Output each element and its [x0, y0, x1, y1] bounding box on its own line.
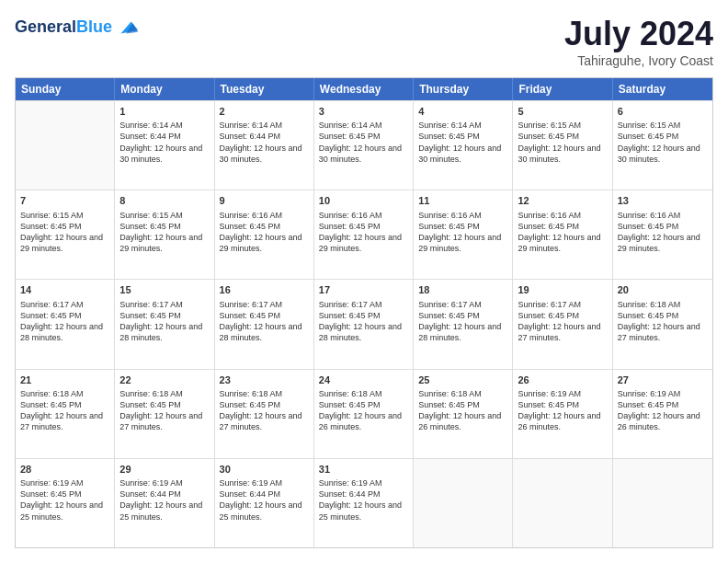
- cell-info: Sunrise: 6:19 AMSunset: 6:45 PMDaylight:…: [618, 388, 708, 433]
- header-day-monday: Monday: [115, 78, 214, 100]
- day-number: 10: [319, 194, 408, 207]
- cell-info: Sunrise: 6:16 AMSunset: 6:45 PMDaylight:…: [518, 210, 607, 255]
- calendar-row-3: 21Sunrise: 6:18 AMSunset: 6:45 PMDayligh…: [16, 369, 712, 458]
- calendar-body: 1Sunrise: 6:14 AMSunset: 6:44 PMDaylight…: [16, 100, 712, 547]
- cell-info: Sunrise: 6:17 AMSunset: 6:45 PMDaylight:…: [319, 299, 408, 344]
- header-day-saturday: Saturday: [613, 78, 712, 100]
- day-number: 21: [20, 373, 109, 386]
- calendar-row-2: 14Sunrise: 6:17 AMSunset: 6:45 PMDayligh…: [16, 279, 712, 368]
- day-number: 9: [220, 194, 309, 207]
- calendar-cell: [16, 101, 115, 190]
- cell-info: Sunrise: 6:16 AMSunset: 6:45 PMDaylight:…: [418, 210, 507, 255]
- day-number: 25: [418, 373, 507, 386]
- day-number: 24: [319, 373, 408, 386]
- cell-info: Sunrise: 6:15 AMSunset: 6:45 PMDaylight:…: [119, 210, 209, 255]
- cell-info: Sunrise: 6:18 AMSunset: 6:45 PMDaylight:…: [319, 388, 408, 433]
- cell-info: Sunrise: 6:17 AMSunset: 6:45 PMDaylight:…: [418, 299, 507, 344]
- cell-info: Sunrise: 6:17 AMSunset: 6:45 PMDaylight:…: [518, 299, 607, 344]
- calendar-cell: 22Sunrise: 6:18 AMSunset: 6:45 PMDayligh…: [115, 370, 214, 458]
- calendar-cell: 5Sunrise: 6:15 AMSunset: 6:45 PMDaylight…: [513, 101, 612, 190]
- calendar-cell: 21Sunrise: 6:18 AMSunset: 6:45 PMDayligh…: [16, 370, 115, 458]
- cell-info: Sunrise: 6:16 AMSunset: 6:45 PMDaylight:…: [220, 210, 309, 255]
- calendar-cell: 27Sunrise: 6:19 AMSunset: 6:45 PMDayligh…: [613, 370, 712, 458]
- header-day-friday: Friday: [513, 78, 612, 100]
- logo: GeneralBlue: [15, 15, 140, 40]
- cell-info: Sunrise: 6:17 AMSunset: 6:45 PMDaylight:…: [220, 299, 309, 344]
- calendar-cell: 20Sunrise: 6:18 AMSunset: 6:45 PMDayligh…: [613, 280, 712, 368]
- calendar-cell: 29Sunrise: 6:19 AMSunset: 6:44 PMDayligh…: [115, 459, 214, 547]
- month-title: July 2024: [564, 15, 713, 53]
- day-number: 20: [618, 283, 708, 296]
- day-number: 8: [119, 194, 209, 207]
- day-number: 23: [220, 373, 309, 386]
- calendar-header: SundayMondayTuesdayWednesdayThursdayFrid…: [16, 78, 712, 100]
- day-number: 2: [220, 105, 309, 118]
- day-number: 17: [319, 283, 408, 296]
- header-day-wednesday: Wednesday: [314, 78, 414, 100]
- cell-info: Sunrise: 6:18 AMSunset: 6:45 PMDaylight:…: [618, 299, 708, 344]
- calendar-cell: 15Sunrise: 6:17 AMSunset: 6:45 PMDayligh…: [115, 280, 214, 368]
- day-number: 29: [119, 463, 209, 476]
- cell-info: Sunrise: 6:15 AMSunset: 6:45 PMDaylight:…: [518, 120, 607, 165]
- cell-info: Sunrise: 6:17 AMSunset: 6:45 PMDaylight:…: [119, 299, 209, 344]
- day-number: 5: [518, 105, 607, 118]
- calendar-cell: 3Sunrise: 6:14 AMSunset: 6:45 PMDaylight…: [314, 101, 414, 190]
- day-number: 1: [119, 105, 209, 118]
- cell-info: Sunrise: 6:18 AMSunset: 6:45 PMDaylight:…: [418, 388, 507, 433]
- calendar-cell: 13Sunrise: 6:16 AMSunset: 6:45 PMDayligh…: [613, 190, 712, 279]
- calendar-cell: 11Sunrise: 6:16 AMSunset: 6:45 PMDayligh…: [414, 190, 513, 279]
- cell-info: Sunrise: 6:18 AMSunset: 6:45 PMDaylight:…: [220, 388, 309, 433]
- cell-info: Sunrise: 6:19 AMSunset: 6:44 PMDaylight:…: [119, 477, 209, 523]
- calendar-cell: 16Sunrise: 6:17 AMSunset: 6:45 PMDayligh…: [215, 280, 314, 368]
- calendar-cell: [414, 459, 513, 547]
- cell-info: Sunrise: 6:16 AMSunset: 6:45 PMDaylight:…: [319, 210, 408, 255]
- day-number: 4: [418, 105, 507, 118]
- calendar-cell: 17Sunrise: 6:17 AMSunset: 6:45 PMDayligh…: [314, 280, 414, 368]
- day-number: 14: [20, 283, 109, 296]
- calendar: SundayMondayTuesdayWednesdayThursdayFrid…: [15, 77, 713, 548]
- cell-info: Sunrise: 6:15 AMSunset: 6:45 PMDaylight:…: [618, 120, 708, 165]
- day-number: 31: [319, 463, 408, 476]
- cell-info: Sunrise: 6:17 AMSunset: 6:45 PMDaylight:…: [20, 299, 109, 344]
- day-number: 3: [319, 105, 408, 118]
- logo-icon: [114, 15, 140, 40]
- calendar-cell: 25Sunrise: 6:18 AMSunset: 6:45 PMDayligh…: [414, 370, 513, 458]
- day-number: 22: [119, 373, 209, 386]
- cell-info: Sunrise: 6:18 AMSunset: 6:45 PMDaylight:…: [119, 388, 209, 433]
- page: GeneralBlue July 2024 Tahiraguhe, Ivory …: [0, 0, 728, 563]
- calendar-row-0: 1Sunrise: 6:14 AMSunset: 6:44 PMDaylight…: [16, 100, 712, 190]
- header-day-thursday: Thursday: [414, 78, 513, 100]
- cell-info: Sunrise: 6:14 AMSunset: 6:45 PMDaylight:…: [418, 120, 507, 165]
- calendar-row-1: 7Sunrise: 6:15 AMSunset: 6:45 PMDaylight…: [16, 190, 712, 279]
- day-number: 13: [618, 194, 708, 207]
- calendar-cell: 2Sunrise: 6:14 AMSunset: 6:44 PMDaylight…: [215, 101, 314, 190]
- day-number: 19: [518, 283, 607, 296]
- day-number: 16: [220, 283, 309, 296]
- calendar-cell: 1Sunrise: 6:14 AMSunset: 6:44 PMDaylight…: [115, 101, 214, 190]
- cell-info: Sunrise: 6:15 AMSunset: 6:45 PMDaylight:…: [20, 210, 109, 255]
- calendar-cell: 7Sunrise: 6:15 AMSunset: 6:45 PMDaylight…: [16, 190, 115, 279]
- day-number: 18: [418, 283, 507, 296]
- calendar-cell: 6Sunrise: 6:15 AMSunset: 6:45 PMDaylight…: [613, 101, 712, 190]
- calendar-cell: 12Sunrise: 6:16 AMSunset: 6:45 PMDayligh…: [513, 190, 612, 279]
- calendar-cell: 4Sunrise: 6:14 AMSunset: 6:45 PMDaylight…: [414, 101, 513, 190]
- cell-info: Sunrise: 6:14 AMSunset: 6:44 PMDaylight:…: [119, 120, 209, 165]
- calendar-row-4: 28Sunrise: 6:19 AMSunset: 6:45 PMDayligh…: [16, 458, 712, 547]
- calendar-cell: [513, 459, 612, 547]
- calendar-cell: 30Sunrise: 6:19 AMSunset: 6:44 PMDayligh…: [215, 459, 314, 547]
- cell-info: Sunrise: 6:16 AMSunset: 6:45 PMDaylight:…: [618, 210, 708, 255]
- day-number: 26: [518, 373, 607, 386]
- calendar-cell: 28Sunrise: 6:19 AMSunset: 6:45 PMDayligh…: [16, 459, 115, 547]
- day-number: 12: [518, 194, 607, 207]
- calendar-cell: 23Sunrise: 6:18 AMSunset: 6:45 PMDayligh…: [215, 370, 314, 458]
- cell-info: Sunrise: 6:14 AMSunset: 6:44 PMDaylight:…: [220, 120, 309, 165]
- calendar-cell: 10Sunrise: 6:16 AMSunset: 6:45 PMDayligh…: [314, 190, 414, 279]
- calendar-cell: 8Sunrise: 6:15 AMSunset: 6:45 PMDaylight…: [115, 190, 214, 279]
- calendar-cell: 14Sunrise: 6:17 AMSunset: 6:45 PMDayligh…: [16, 280, 115, 368]
- cell-info: Sunrise: 6:19 AMSunset: 6:44 PMDaylight:…: [319, 477, 408, 523]
- calendar-cell: 31Sunrise: 6:19 AMSunset: 6:44 PMDayligh…: [314, 459, 414, 547]
- cell-info: Sunrise: 6:19 AMSunset: 6:45 PMDaylight:…: [518, 388, 607, 433]
- day-number: 7: [20, 194, 109, 207]
- calendar-cell: 19Sunrise: 6:17 AMSunset: 6:45 PMDayligh…: [513, 280, 612, 368]
- header-day-sunday: Sunday: [16, 78, 115, 100]
